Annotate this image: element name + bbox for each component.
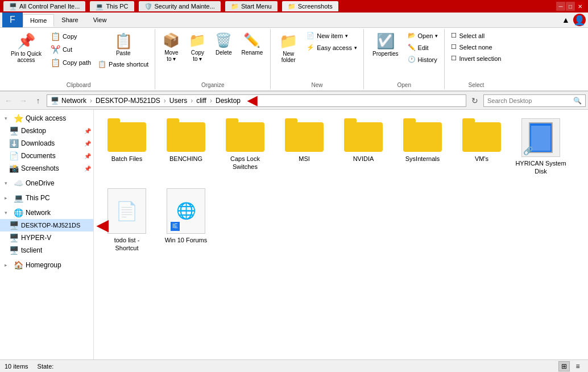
files-row2: 📄 ◀ todo list - Shortcut 🌐 IE Win 10 For…	[98, 184, 583, 257]
sidebar-item-tsclient[interactable]: 🖥️ tsclient	[0, 244, 93, 257]
new-group: 📁 Newfolder 📄 New item ▾ ⚡ Easy access ▾	[271, 29, 364, 89]
folder-sysinternals[interactable]: SysInternals	[394, 114, 451, 180]
desktop-icon: 🖥️	[9, 126, 19, 135]
search-input[interactable]	[487, 97, 571, 104]
tab-control-panel[interactable]: 🖥️ All Control Panel Ite...	[3, 1, 85, 11]
select-all-button[interactable]: ☐ Select all	[448, 30, 504, 41]
open-icon: 📂	[408, 32, 416, 39]
history-button[interactable]: 🕐 History	[405, 54, 441, 65]
easy-access-button[interactable]: ⚡ Easy access ▾	[304, 42, 360, 53]
cut-button[interactable]: ✂️ Cut	[48, 43, 94, 56]
search-icon: 🔍	[573, 97, 582, 105]
paste-button[interactable]: 📋 Paste	[95, 30, 151, 58]
invert-icon: ☐	[451, 55, 457, 62]
copy-path-button[interactable]: 📋 Copy path	[48, 56, 94, 69]
delete-button[interactable]: 🗑️ Delete	[211, 30, 236, 58]
tab-this-pc[interactable]: 💻 This PC	[90, 1, 134, 11]
security-icon: 🛡️	[144, 3, 152, 10]
folder-hyrican[interactable]: 🔗 HYRICAN System Disk	[512, 114, 569, 180]
up-button[interactable]: ↑	[32, 94, 44, 107]
sidebar-item-hyper-v[interactable]: 🖥️ HYPER-V	[0, 232, 93, 244]
status-bar: 10 items State: ⊞ ≡	[0, 359, 588, 372]
pin-icon-dl: 📌	[84, 140, 91, 147]
expand-icon-pc: ▸	[5, 195, 11, 201]
documents-icon: 📄	[9, 151, 19, 160]
folder-benching[interactable]: BENCHING	[158, 114, 214, 180]
new-folder-button[interactable]: 📁 Newfolder	[274, 30, 303, 65]
edit-button[interactable]: ✏️ Edit	[405, 42, 441, 53]
properties-button[interactable]: ☑️ Properties	[367, 30, 404, 59]
file-win10forums[interactable]: 🌐 IE Win 10 Forums	[158, 184, 214, 257]
hyper-v-icon: 🖥️	[9, 233, 19, 242]
path-computer-icon: 🖥️	[51, 97, 59, 105]
files-area: Batch Files BENCHING	[94, 110, 588, 359]
details-view-button[interactable]: ≡	[572, 361, 583, 371]
pin-to-quick-access-button[interactable]: 📌 Pin to Quick access	[6, 30, 47, 65]
ribbon-tab-view[interactable]: View	[86, 14, 114, 26]
new-item-button[interactable]: 📄 New item ▾	[304, 30, 360, 41]
organize-group: 📦 Moveto ▾ 📁 Copyto ▾ 🗑️ Delete ✏️ Renam…	[155, 29, 271, 89]
sidebar-item-network[interactable]: ▾ 🌐 Network	[0, 206, 93, 219]
path-network: Network	[61, 97, 86, 105]
file-menu-button[interactable]: F	[2, 13, 23, 27]
scissors-icon: ✂️	[51, 45, 60, 54]
expand-icon-od: ▾	[5, 180, 11, 186]
tab-start-menu[interactable]: 📁 Start Menu	[225, 1, 278, 11]
minimize-button[interactable]: ─	[556, 2, 565, 11]
window-controls: ─ □ ✕	[556, 2, 585, 11]
select-buttons: ☐ Select all ☐ Select none ☐ Invert sele…	[448, 30, 504, 73]
paste-buttons: 📋 Paste 📋 Paste shortcut	[95, 30, 151, 79]
screenshots-sidebar-icon: 📸	[9, 164, 19, 173]
select-none-button[interactable]: ☐ Select none	[448, 42, 504, 52]
copy-button[interactable]: 📋 Copy	[48, 30, 94, 43]
open-button[interactable]: 📂 Open ▾	[405, 30, 441, 41]
move-to-button[interactable]: 📦 Moveto ▾	[159, 30, 184, 64]
open-buttons: ☑️ Properties 📂 Open ▾ ✏️ Edit 🕐	[367, 30, 441, 83]
ribbon-tab-share[interactable]: Share	[54, 14, 85, 26]
large-icons-view-button[interactable]: ⊞	[558, 361, 570, 371]
folder-batch-files[interactable]: Batch Files	[98, 114, 155, 180]
address-path[interactable]: 🖥️ Network › DESKTOP-MJ521DS › Users › c…	[47, 94, 466, 107]
sidebar-item-screenshots[interactable]: 📸 Screenshots 📌	[0, 162, 93, 175]
sidebar-item-homegroup[interactable]: ▸ 🏠 Homegroup	[0, 259, 93, 271]
folder-nvidia[interactable]: NVIDIA	[335, 114, 392, 180]
sidebar-item-onedrive[interactable]: ▾ ☁️ OneDrive	[0, 177, 93, 189]
close-button[interactable]: ✕	[575, 2, 585, 11]
expand-icon-hg: ▸	[5, 262, 11, 268]
invert-selection-button[interactable]: ☐ Invert selection	[448, 53, 504, 64]
folder-caps-lock[interactable]: Caps Lock Switches	[217, 114, 274, 180]
rename-button[interactable]: ✏️ Rename	[237, 30, 267, 58]
folder-icon-caps	[226, 118, 264, 152]
copy-to-button[interactable]: 📁 Copyto ▾	[185, 30, 210, 64]
ribbon-collapse-button[interactable]: ▲	[560, 14, 572, 26]
this-pc-icon: 💻	[96, 3, 103, 10]
sidebar-item-quick-access[interactable]: ▾ ⭐ Quick access	[0, 112, 93, 125]
select-group: ☐ Select all ☐ Select none ☐ Invert sele…	[445, 29, 507, 89]
sidebar-item-desktop-mj521ds[interactable]: 🖥️ DESKTOP-MJ521DS	[0, 219, 93, 232]
hyrican-icon: 🔗	[521, 118, 560, 157]
ribbon-tab-home[interactable]: Home	[23, 14, 54, 27]
homegroup-icon: 🏠	[14, 261, 23, 270]
sidebar-item-documents[interactable]: 📄 Documents 📌	[0, 150, 93, 162]
organize-buttons: 📦 Moveto ▾ 📁 Copyto ▾ 🗑️ Delete ✏️ Renam…	[159, 30, 267, 73]
onedrive-icon: ☁️	[14, 179, 23, 188]
forward-button[interactable]: →	[17, 94, 30, 107]
folder-icon-msi	[285, 118, 324, 152]
downloads-icon: ⬇️	[9, 139, 19, 148]
back-button[interactable]: ←	[2, 94, 15, 107]
file-todo-shortcut[interactable]: 📄 ◀ todo list - Shortcut	[98, 184, 155, 257]
sidebar-item-this-pc[interactable]: ▸ 💻 This PC	[0, 192, 93, 204]
user-icon[interactable]: 👤	[573, 14, 586, 26]
path-desktop-mj521ds: DESKTOP-MJ521DS	[96, 97, 160, 105]
maximize-button[interactable]: □	[566, 2, 575, 11]
new-item-icon: 📄	[307, 32, 314, 39]
folder-msi[interactable]: MSI	[276, 114, 333, 180]
tab-screenshots[interactable]: 📁 Screenshots	[282, 1, 338, 11]
refresh-button[interactable]: ↻	[469, 94, 481, 107]
sidebar-item-downloads[interactable]: ⬇️ Downloads 📌	[0, 137, 93, 150]
folder-vms[interactable]: VM's	[453, 114, 510, 180]
sidebar-item-desktop[interactable]: 🖥️ Desktop 📌	[0, 125, 93, 137]
tab-security[interactable]: 🛡️ Security and Mainte...	[139, 1, 221, 11]
folder-icon-nvidia	[344, 118, 383, 152]
paste-shortcut-button[interactable]: 📋 Paste shortcut	[95, 59, 151, 70]
